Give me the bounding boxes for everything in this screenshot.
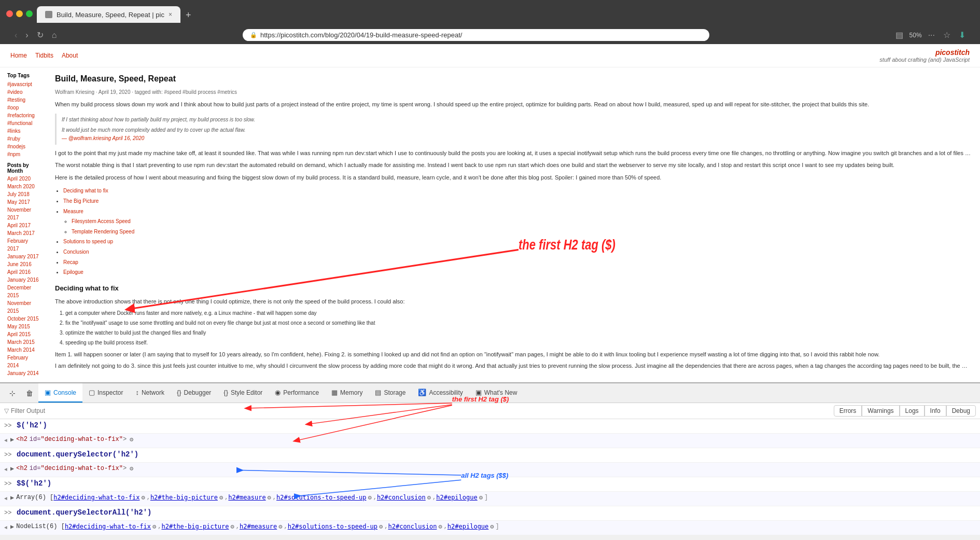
tab-style-editor[interactable]: {} Style Editor [217,383,269,403]
month-feb-2014[interactable]: February 2014 [7,354,39,369]
toc-recap[interactable]: Recap [63,259,78,265]
settings-icon-2[interactable]: ⚙ [130,465,133,473]
month-mar-2017[interactable]: March 2017 [7,229,39,237]
array-link-3[interactable]: h2#measure [228,494,265,501]
new-tab-button[interactable]: + [181,8,195,23]
expand-arrow-1[interactable]: ▶ [10,436,14,444]
month-nov-2017[interactable]: November 2017 [7,206,39,221]
tag-testing[interactable]: #testing [7,96,39,104]
errors-button[interactable]: Errors [834,405,862,417]
refresh-button[interactable]: ↻ [35,29,46,41]
devtools-pick-element[interactable]: ⊹ [4,385,21,401]
month-feb-2017[interactable]: February 2017 [7,237,39,253]
toc-conclusion[interactable]: Conclusion [63,249,89,255]
tag-refactoring[interactable]: #refactoring [7,112,39,119]
tag-video[interactable]: #video [7,88,39,96]
nodelist-link-4[interactable]: h2#solutions-to-speed-up [288,523,377,530]
array-link-2[interactable]: h2#the-big-picture [150,494,218,501]
expand-arrow-3[interactable]: ▶ [10,494,14,502]
back-button[interactable]: ‹ [12,30,19,41]
nodelist-link-6[interactable]: h2#epilogue [447,523,488,530]
toc-template[interactable]: Template Rendering Speed [72,229,134,234]
tab-network[interactable]: ↕ Network [129,383,171,403]
settings-icon-4f[interactable]: ⚙ [490,523,494,531]
tab-whats-new[interactable]: ▣ What's New [469,383,524,403]
tab-inspector[interactable]: ▢ Inspector [82,383,129,403]
tag-oop[interactable]: #oop [7,104,39,112]
tab-memory[interactable]: ▦ Memory [325,383,369,403]
month-jan-2014[interactable]: January 2014 [7,369,39,377]
warnings-button[interactable]: Warnings [862,405,899,417]
forward-button[interactable]: › [23,30,30,41]
settings-icon-3f[interactable]: ⚙ [479,494,483,502]
settings-icon-3a[interactable]: ⚙ [141,494,145,502]
month-mar-2020[interactable]: March 2020 [7,183,39,190]
array-link-5[interactable]: h2#conclusion [377,494,426,501]
month-apr-2017[interactable]: April 2017 [7,221,39,229]
tab-close-button[interactable]: × [169,11,172,18]
month-apr-2020[interactable]: April 2020 [7,175,39,183]
tag-links[interactable]: #links [7,127,39,135]
month-jul-2018[interactable]: July 2018 [7,190,39,198]
toc-epilogue[interactable]: Epilogue [63,269,83,275]
info-button[interactable]: Info [925,405,946,417]
tab-console[interactable]: ▣ Console [38,383,82,403]
array-link-4[interactable]: h2#solutions-to-speed-up [276,494,366,501]
month-apr-2016[interactable]: April 2016 [7,268,39,276]
month-jun-2016[interactable]: June 2016 [7,260,39,268]
tag-npm[interactable]: #npm [7,150,39,158]
toc-solutions[interactable]: Solutions to speed up [63,239,113,244]
filter-box[interactable]: ▽ [4,407,830,414]
settings-icon-4a[interactable]: ⚙ [152,523,156,531]
month-oct-2015[interactable]: October 2015 [7,315,39,323]
settings-icon-3e[interactable]: ⚙ [427,494,431,502]
expand-arrow-4[interactable]: ▶ [10,523,14,531]
tag-ruby[interactable]: #ruby [7,135,39,143]
expand-arrow-2[interactable]: ▶ [10,465,14,473]
active-tab[interactable]: Build, Measure, Speed, Repeat | pic × [37,6,180,23]
address-bar[interactable]: 🔒 https://picostitch.com/blog/2020/04/19… [243,29,709,41]
reader-view-button[interactable]: ▤ [893,29,905,41]
toc-deciding[interactable]: Deciding what to fix [63,188,108,193]
month-dec-2015[interactable]: December 2015 [7,284,39,299]
tag-functional[interactable]: #functional [7,119,39,127]
nav-tidbits[interactable]: Tidbits [35,52,53,59]
month-mar-2015[interactable]: March 2015 [7,338,39,346]
array-link-1[interactable]: h2#deciding-what-to-fix [53,494,139,501]
settings-icon-1[interactable]: ⚙ [130,436,133,444]
settings-icon-3d[interactable]: ⚙ [368,494,371,502]
tab-accessibility[interactable]: ♿ Accessibility [412,383,469,403]
settings-icon-4e[interactable]: ⚙ [438,523,442,531]
nav-home[interactable]: Home [10,52,27,59]
tab-debugger[interactable]: {} Debugger [171,383,217,403]
toc-big-picture[interactable]: The Big Picture [63,198,99,204]
settings-icon-3c[interactable]: ⚙ [268,494,271,502]
month-nov-2015[interactable]: November 2015 [7,299,39,315]
filter-input[interactable] [11,407,830,414]
tab-storage[interactable]: ▤ Storage [369,383,412,403]
settings-icon-3b[interactable]: ⚙ [219,494,223,502]
tag-javascript[interactable]: #javascript [7,80,39,88]
nodelist-link-5[interactable]: h2#conclusion [388,523,437,530]
tag-nodejs[interactable]: #nodejs [7,143,39,150]
nodelist-link-3[interactable]: h2#measure [240,523,277,530]
close-button[interactable] [6,10,13,17]
month-may-2017[interactable]: May 2017 [7,198,39,206]
nodelist-link-1[interactable]: h2#deciding-what-to-fix [65,523,151,530]
month-may-2015[interactable]: May 2015 [7,323,39,330]
array-link-6[interactable]: h2#epilogue [436,494,477,501]
settings-icon-4c[interactable]: ⚙ [278,523,282,531]
debug-button[interactable]: Debug [946,405,976,417]
month-mar-2014[interactable]: March 2014 [7,346,39,354]
devtools-trash[interactable]: 🗑 [21,385,38,401]
settings-icon-4b[interactable]: ⚙ [231,523,234,531]
tab-performance[interactable]: ◉ Performance [269,383,325,403]
month-jan-2017[interactable]: January 2017 [7,253,39,260]
nav-about[interactable]: About [62,52,78,59]
settings-icon-4d[interactable]: ⚙ [379,523,383,531]
download-button[interactable]: ⬇ [957,29,968,41]
logs-button[interactable]: Logs [900,405,925,417]
month-apr-2015[interactable]: April 2015 [7,330,39,338]
toc-filesystem[interactable]: Filesystem Access Speed [72,218,131,224]
nodelist-link-2[interactable]: h2#the-big-picture [161,523,229,530]
